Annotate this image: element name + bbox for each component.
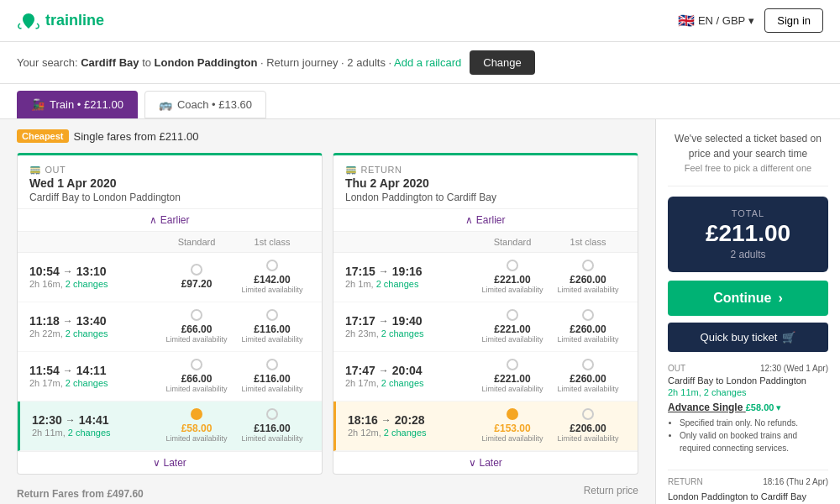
return-panel: 🚃 RETURN Thu 2 Apr 2020 London Paddingto…	[333, 153, 638, 475]
arrow-right-icon: ›	[779, 291, 783, 306]
right-sidebar: We've selected a ticket based on price a…	[655, 119, 840, 504]
continue-button[interactable]: Continue ›	[668, 281, 828, 316]
transport-tabs: 🚂 Train • £211.00 🚌 Coach • £13.60	[0, 84, 840, 119]
logo-text: trainline	[45, 12, 104, 29]
coach-tab[interactable]: 🚌 Coach • £13.60	[144, 91, 266, 118]
return-later-btn[interactable]: ∨ Later	[333, 451, 638, 474]
out-panel: 🚃 OUT Wed 1 Apr 2020 Cardiff Bay to Lond…	[17, 153, 323, 475]
cart-icon: 🛒	[782, 331, 795, 344]
train-icon: 🚂	[31, 98, 45, 111]
out-sidebar-time: 12:30 (Wed 1 Apr)	[760, 364, 828, 373]
ret-row1-changes[interactable]: 2 changes	[376, 279, 419, 289]
out-panel-header: 🚃 OUT Wed 1 Apr 2020 Cardiff Bay to Lond…	[18, 155, 322, 209]
return-row-2[interactable]: 17:17→19:40 2h 23m, 2 changes £221.00 Li…	[333, 302, 638, 352]
journey-type: Return journey	[266, 56, 338, 69]
out-sidebar-label: OUT	[668, 364, 685, 373]
out-route: Cardiff Bay to London Paddington	[29, 192, 310, 203]
return-first-header: 1st class	[550, 237, 626, 247]
train-tab[interactable]: 🚂 Train • £211.00	[17, 91, 138, 118]
out-direction: 🚃 OUT	[29, 164, 310, 175]
cheapest-badge: Cheapest	[17, 129, 69, 143]
out-row3-changes[interactable]: 2 changes	[66, 378, 108, 388]
out-date: Wed 1 Apr 2020	[29, 176, 310, 190]
train-tab-label: Train • £211.00	[50, 98, 123, 111]
coach-tab-label: Coach • £13.60	[177, 98, 252, 111]
out-first-header: 1st class	[234, 237, 310, 247]
return-sidebar-detail: RETURN 18:16 (Thu 2 Apr) London Paddingt…	[668, 477, 828, 505]
search-prefix: Your search:	[17, 56, 78, 69]
cheapest-banner: Cheapest Single fares from £211.00	[17, 129, 638, 143]
return-earlier-btn[interactable]: ∧ Earlier	[333, 209, 638, 232]
return-chevron-up-icon: ∧	[465, 214, 473, 226]
return-col-headers: Standard 1st class	[333, 232, 638, 253]
train-small-icon: 🚃	[29, 164, 42, 175]
header-right: 🇬🇧 EN / GBP ▾ Sign in	[678, 8, 823, 33]
out-row-1[interactable]: 10:54→13:10 2h 16m, 2 changes £97.20 £14…	[18, 253, 322, 302]
sidebar-divider	[668, 470, 828, 470]
total-amount: £211.00	[680, 220, 816, 247]
return-route: London Paddington to Cardiff Bay	[345, 192, 626, 203]
return-price-label: Return price	[584, 485, 638, 496]
return-fares-label: Return Fares from £497.60	[17, 481, 144, 500]
change-button[interactable]: Change	[470, 50, 535, 75]
total-label: TOTAL	[680, 208, 816, 218]
out-row-2[interactable]: 11:18→13:40 2h 22m, 2 changes £66.00 Lim…	[18, 302, 322, 352]
fare-bullet-1: Specified train only. No refunds.	[680, 417, 828, 429]
chevron-down-icon: ∨	[153, 457, 160, 469]
selection-info-text: We've selected a ticket based on price a…	[668, 131, 828, 161]
quick-buy-button[interactable]: Quick buy ticket 🛒	[668, 323, 828, 352]
cheapest-text: Single fares from £211.00	[74, 130, 199, 143]
search-text: Your search: Cardiff Bay to London Paddi…	[17, 56, 461, 69]
left-content: Cheapest Single fares from £211.00 🚃 OUT…	[0, 119, 655, 504]
out-standard-header: Standard	[159, 237, 234, 247]
return-sidebar-route: London Paddington to Cardiff Bay	[668, 491, 828, 501]
selection-info: We've selected a ticket based on price a…	[668, 131, 828, 186]
search-destination: London Paddington	[155, 56, 258, 69]
out-sidebar-changes: 2h 11m, 2 changes	[668, 387, 828, 397]
header: trainline 🇬🇧 EN / GBP ▾ Sign in	[0, 0, 840, 42]
main-content: Cheapest Single fares from £211.00 🚃 OUT…	[0, 119, 840, 504]
return-row-3[interactable]: 17:47→20:04 2h 17m, 2 changes £221.00 Li…	[333, 352, 638, 402]
out-row-4-selected[interactable]: 12:30→14:41 2h 11m, 2 changes £58.00 Lim…	[18, 402, 322, 451]
return-sidebar-time: 18:16 (Thu 2 Apr)	[763, 477, 828, 486]
out-row1-changes[interactable]: 2 changes	[66, 279, 108, 289]
out-sidebar-detail: OUT 12:30 (Wed 1 Apr) Cardiff Bay to Lon…	[668, 364, 828, 454]
journey-panels: 🚃 OUT Wed 1 Apr 2020 Cardiff Bay to Lond…	[17, 153, 638, 475]
fare-bullet-2: Only valid on booked trains and required…	[680, 429, 828, 454]
out-row4-changes[interactable]: 2 changes	[68, 428, 111, 438]
search-bar: Your search: Cardiff Bay to London Paddi…	[0, 42, 840, 84]
logo: trainline	[17, 12, 104, 30]
out-row2-changes[interactable]: 2 changes	[66, 328, 108, 339]
ret-row3-changes[interactable]: 2 changes	[381, 378, 424, 388]
sign-in-button[interactable]: Sign in	[764, 8, 823, 33]
return-direction: 🚃 RETURN	[345, 164, 626, 175]
out-row-3[interactable]: 11:54→14:11 2h 17m, 2 changes £66.00 Lim…	[18, 352, 322, 402]
chevron-down-icon: ▾	[776, 402, 781, 412]
fare-name[interactable]: Advance Single	[668, 402, 746, 413]
fare-price: £58.00	[746, 402, 777, 412]
passengers: 2 adults	[347, 56, 386, 69]
add-railcard-link[interactable]: Add a railcard	[394, 56, 461, 69]
total-adults: 2 adults	[680, 249, 816, 260]
return-chevron-down-icon: ∨	[469, 457, 476, 469]
total-box: TOTAL £211.00 2 adults	[668, 197, 828, 272]
language-selector[interactable]: 🇬🇧 EN / GBP ▾	[678, 13, 754, 29]
fare-bullets: Specified train only. No refunds. Only v…	[680, 417, 828, 454]
return-panel-header: 🚃 RETURN Thu 2 Apr 2020 London Paddingto…	[333, 155, 638, 209]
lang-text: EN / GBP	[698, 14, 745, 27]
logo-icon	[17, 12, 40, 30]
train-return-icon: 🚃	[345, 164, 358, 175]
out-col-headers: Standard 1st class	[18, 232, 322, 253]
coach-icon: 🚌	[159, 98, 172, 111]
ret-row4-changes[interactable]: 2 changes	[384, 428, 427, 438]
chevron-up-icon: ∧	[150, 214, 157, 226]
ret-row2-changes[interactable]: 2 changes	[381, 328, 424, 339]
return-date: Thu 2 Apr 2020	[345, 176, 626, 190]
return-standard-header: Standard	[475, 237, 550, 247]
feel-free-text: Feel free to pick a different one	[668, 161, 828, 176]
out-earlier-btn[interactable]: ∧ Earlier	[18, 209, 322, 232]
return-row-1[interactable]: 17:15→19:16 2h 1m, 2 changes £221.00 Lim…	[333, 253, 638, 302]
return-row-4-selected[interactable]: 18:16→20:28 2h 12m, 2 changes £153.00 Li…	[333, 402, 638, 451]
out-later-btn[interactable]: ∨ Later	[18, 451, 322, 474]
out-sidebar-route: Cardiff Bay to London Paddington	[668, 375, 828, 386]
